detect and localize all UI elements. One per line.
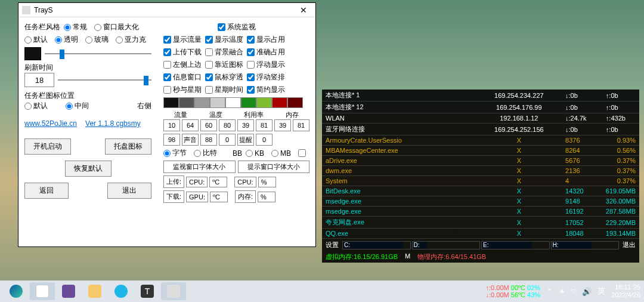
- mon-opt[interactable]: 准确占用: [247, 47, 285, 57]
- drive-seg: H:: [551, 241, 620, 249]
- monitor-overlay: 本地连接* 1169.254.234.227↓:0b↑:0b本地连接* 1216…: [322, 90, 639, 263]
- app-icon: [22, 6, 30, 14]
- drive-seg: C:: [342, 241, 411, 249]
- refresh-label: 刷新时间: [24, 63, 53, 72]
- refresh-slider[interactable]: [58, 75, 151, 85]
- mon-exit[interactable]: 退出: [623, 241, 636, 249]
- boot-button[interactable]: 开机启动: [24, 138, 71, 155]
- mon-opt[interactable]: 靠近图标: [205, 60, 243, 70]
- radio-kb[interactable]: KB: [246, 149, 264, 158]
- val-box[interactable]: 81: [293, 119, 309, 131]
- hdr-util: 利用率: [244, 110, 264, 119]
- val-box[interactable]: 39: [237, 119, 254, 131]
- tray-wifi-icon[interactable]: ⌔: [571, 287, 576, 296]
- mon-opt[interactable]: 信息窗口: [163, 72, 202, 82]
- val-box[interactable]: 81: [256, 119, 273, 131]
- size-bb: BB: [233, 149, 242, 158]
- net-stat: ↑:0.00M 00ºC 02% ↓:0.00M 56ºC 43%: [486, 284, 541, 298]
- radio-pos-center[interactable]: 中间: [66, 101, 89, 111]
- val-box[interactable]: 提醒: [237, 134, 254, 146]
- radio-default[interactable]: 默认: [24, 35, 48, 45]
- iconpos-label: 任务栏图标位置: [24, 91, 75, 100]
- val-box[interactable]: 39: [274, 119, 291, 131]
- clock[interactable]: 18:11:252022/4/26: [611, 283, 640, 299]
- cpu-lbl: CPU:: [186, 177, 208, 187]
- val-box[interactable]: 0: [219, 134, 236, 146]
- net-row: WLAN192.168.1.12↓:24.7k↑:432b: [322, 113, 639, 124]
- restore-button[interactable]: 恢复默认: [65, 161, 112, 177]
- tb-trays[interactable]: [161, 282, 186, 300]
- tray-star-icon[interactable]: ✦: [559, 287, 565, 296]
- hdr-mem: 内存: [286, 110, 299, 119]
- tb-app4[interactable]: T: [135, 282, 160, 300]
- mon-opt[interactable]: 秒与星期: [163, 85, 202, 95]
- val-box[interactable]: 98: [163, 134, 180, 146]
- tb-edge[interactable]: [4, 282, 29, 300]
- tb-app2[interactable]: [56, 282, 81, 300]
- color-swatch[interactable]: [24, 47, 41, 60]
- mon-opt[interactable]: 背景融合: [205, 47, 243, 57]
- val-box[interactable]: 60: [200, 119, 217, 131]
- proc-row: ArmouryCrate.UserSessioX83760.93%: [322, 135, 639, 146]
- font-tip-label: 提示窗口字体大小: [238, 161, 310, 173]
- hdr-flow: 流量: [174, 110, 187, 119]
- sysmon-check[interactable]: 系统监视: [218, 22, 256, 32]
- link-52pojie[interactable]: www.52PoJie.cn: [24, 119, 77, 128]
- val-box[interactable]: 10: [163, 119, 180, 131]
- tray-volume-icon[interactable]: 🔊: [582, 287, 592, 296]
- tray-chevron-icon[interactable]: ⌃: [546, 287, 553, 296]
- tb-app3[interactable]: [109, 282, 134, 300]
- exit-button[interactable]: 退出: [107, 183, 151, 199]
- font-mon-label: 监视窗口字体大小: [163, 161, 236, 173]
- vmem-label: 虚拟内存:16.15/26.91GB: [326, 252, 398, 261]
- close-icon[interactable]: ✕: [295, 5, 312, 15]
- mon-opt[interactable]: 显示流量: [163, 35, 202, 45]
- val-box[interactable]: 64: [182, 119, 199, 131]
- size-extra-check[interactable]: [298, 149, 306, 157]
- radio-pos-default[interactable]: 默认: [24, 101, 48, 111]
- mon-opt[interactable]: 上传下载: [163, 47, 202, 57]
- mon-opt[interactable]: 显示占用: [247, 35, 285, 45]
- radio-glass[interactable]: 玻璃: [85, 35, 109, 45]
- mon-opt[interactable]: 鼠标穿透: [205, 72, 243, 82]
- link-version[interactable]: Ver 1.1.8 cgbsmy: [85, 119, 141, 128]
- proc-row: dwm.exeX21360.37%: [322, 166, 639, 176]
- opacity-slider[interactable]: [45, 48, 151, 59]
- tb-app1[interactable]: [30, 282, 55, 300]
- mon-settings[interactable]: 设置: [326, 241, 339, 249]
- mon-opt[interactable]: 浮动竖排: [247, 72, 285, 82]
- val-box[interactable]: 声音: [182, 134, 199, 146]
- radio-bit[interactable]: 比特: [194, 148, 217, 158]
- io-dn: 下载:: [163, 190, 184, 203]
- mon-opt[interactable]: 左侧上边: [163, 60, 202, 70]
- gpu-temp: ºC: [210, 192, 228, 202]
- tb-explorer[interactable]: [82, 282, 107, 300]
- val-box[interactable]: 80: [219, 119, 236, 131]
- tray-button[interactable]: 托盘图标: [105, 138, 151, 155]
- val-box[interactable]: 0: [256, 134, 273, 146]
- drive-seg: D:: [412, 241, 481, 249]
- proc-row: msedge.exeX9148326.00MB: [322, 196, 639, 207]
- radio-transparent[interactable]: 透明: [55, 35, 78, 45]
- color-row[interactable]: [163, 97, 309, 108]
- mon-opt[interactable]: 简约显示: [247, 85, 285, 95]
- tray-ime[interactable]: 英: [597, 286, 605, 297]
- io-up: 上传:: [163, 175, 184, 188]
- refresh-input[interactable]: [24, 73, 54, 87]
- radio-acrylic[interactable]: 亚力克: [116, 35, 146, 45]
- radio-mb[interactable]: MB: [271, 149, 291, 158]
- radio-byte[interactable]: 字节: [163, 148, 187, 158]
- gpu-lbl: GPU:: [186, 192, 208, 202]
- mon-opt[interactable]: 星期时间: [205, 85, 243, 95]
- titlebar[interactable]: TrayS ✕: [18, 3, 315, 17]
- radio-normal[interactable]: 常规: [64, 22, 87, 32]
- trays-dialog: TrayS ✕ 任务栏风格 常规 窗口最大化 默认 透明 玻璃 亚力克 刷新时间: [18, 2, 316, 247]
- val-box[interactable]: 88: [200, 134, 217, 146]
- mem-lbl: 内存:: [235, 190, 256, 203]
- net-row: 本地连接* 1169.254.234.227↓:0b↑:0b: [322, 90, 639, 101]
- back-button[interactable]: 返回: [24, 183, 69, 199]
- radio-maximize[interactable]: 窗口最大化: [94, 22, 139, 32]
- net-row: 蓝牙网络连接169.254.252.156↓:0b↑:0b: [322, 124, 639, 135]
- mon-opt[interactable]: 显示温度: [205, 35, 243, 45]
- mon-opt[interactable]: 浮动显示: [247, 60, 285, 70]
